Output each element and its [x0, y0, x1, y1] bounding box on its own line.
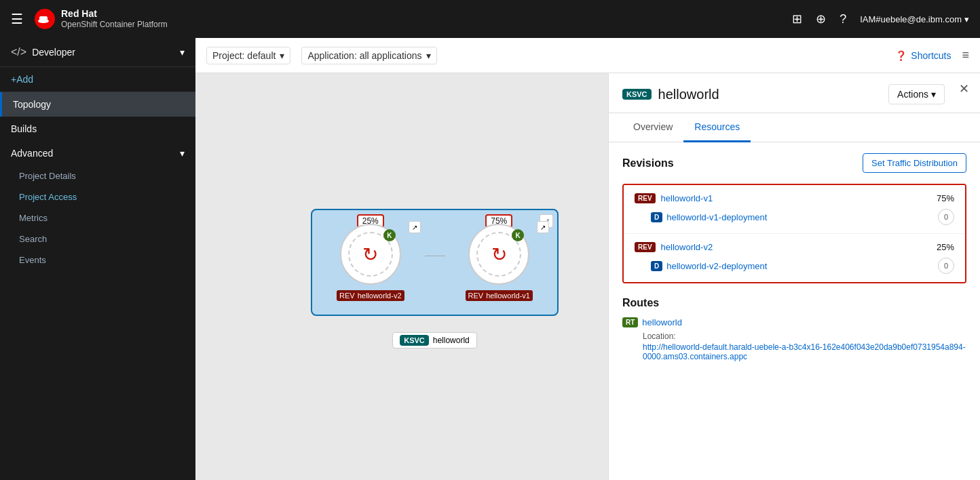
brand-text: Red Hat OpenShift Container Platform: [61, 8, 168, 29]
routes-title: Routes: [622, 297, 966, 309]
project-selector[interactable]: Project: default ▾: [206, 47, 290, 64]
chevron-down-icon: ▾: [280, 50, 284, 61]
plus-icon[interactable]: ⊕: [816, 12, 826, 26]
d-badge-v2: D: [651, 261, 662, 271]
side-panel: KSVC helloworld Actions ▾ ✕ Overview Res…: [608, 73, 980, 480]
revision-v1-row: REV helloworld-v1 75%: [635, 193, 954, 203]
panel-body: Revisions Set Traffic Distribution REV h…: [609, 142, 980, 372]
nav-icons: ⊞ ⊕ ? IAM#uebele@de.ibm.com ▾: [792, 12, 969, 26]
topo-node-v2: 25% ↗ K ↻ REV hellowo: [337, 224, 404, 301]
sidebar-item-project-access[interactable]: Project Access: [0, 186, 195, 207]
sidebar: </> Developer ▾ +Add Topology Builds Adv…: [0, 38, 195, 480]
tab-resources[interactable]: Resources: [683, 113, 751, 142]
v1-node-circle[interactable]: K ↻: [468, 224, 529, 285]
route-row: RT helloworld: [622, 317, 966, 327]
sidebar-item-events[interactable]: Events: [0, 249, 195, 271]
shortcuts-button[interactable]: ❓ Shortcuts: [895, 50, 951, 61]
sidebar-item-search[interactable]: Search: [0, 228, 195, 249]
help-icon[interactable]: ?: [840, 12, 846, 26]
v2-refresh-icon: ↻: [362, 243, 378, 266]
v2-ext-icon[interactable]: ↗: [409, 221, 421, 233]
sidebar-item-metrics[interactable]: Metrics: [0, 207, 195, 228]
connector-line: [425, 256, 445, 256]
rt-badge: RT: [622, 317, 638, 327]
revisions-title: Revisions: [622, 157, 674, 169]
actions-button[interactable]: Actions ▾: [888, 84, 945, 104]
topology-canvas[interactable]: ⤢ 25% ↗ K ↻: [195, 73, 608, 480]
revision-v1-percent: 75%: [937, 193, 954, 203]
location-label: Location:: [643, 332, 966, 341]
chevron-down-icon: ▾: [180, 47, 185, 58]
topo-nodes: 25% ↗ K ↻ REV hellowo: [326, 224, 544, 301]
deployment-v2-name[interactable]: helloworld-v2-deployment: [666, 261, 934, 271]
ksvc-badge: KSVC: [400, 335, 429, 346]
subheader: Project: default ▾ Application: all appl…: [195, 38, 980, 73]
revisions-section-header: Revisions Set Traffic Distribution: [622, 153, 966, 173]
rev-badge-v1: REV: [635, 193, 656, 203]
split-view: ⤢ 25% ↗ K ↻: [195, 73, 980, 480]
list-view-icon[interactable]: ≡: [962, 48, 969, 62]
deployment-v1-row: D helloworld-v1-deployment 0: [651, 209, 954, 225]
pod-count-v1: 0: [938, 209, 954, 225]
user-menu[interactable]: IAM#uebele@de.ibm.com ▾: [860, 14, 969, 24]
revision-v2-name[interactable]: helloworld-v2: [661, 242, 937, 252]
content-area: Project: default ▾ Application: all appl…: [195, 38, 980, 480]
revision-v2-row: REV helloworld-v2 25%: [635, 242, 954, 252]
deployment-v1-name[interactable]: helloworld-v1-deployment: [666, 212, 934, 222]
hamburger-menu-icon[interactable]: ☰: [11, 11, 23, 27]
routes-section: Routes RT helloworld Location: http://he…: [622, 297, 966, 361]
v2-node-circle[interactable]: K ↻: [340, 224, 401, 285]
sidebar-item-builds[interactable]: Builds: [0, 117, 195, 141]
v1-refresh-icon: ↻: [491, 243, 507, 266]
main-layout: </> Developer ▾ +Add Topology Builds Adv…: [0, 38, 980, 480]
add-link[interactable]: +Add: [0, 67, 195, 92]
panel-header: KSVC helloworld Actions ▾ ✕: [609, 73, 980, 113]
service-label: KSVC helloworld: [392, 332, 477, 348]
panel-ksvc-badge: KSVC: [622, 89, 652, 100]
topo-outer-container[interactable]: ⤢ 25% ↗ K ↻: [311, 209, 559, 316]
topo-node-v1: 75% ↗ K ↻ REV hellowo: [466, 224, 533, 301]
v1-ext-icon[interactable]: ↗: [537, 221, 549, 233]
close-button[interactable]: ✕: [959, 81, 969, 96]
d-badge-v1: D: [651, 212, 662, 222]
v2-label: REV helloworld-v2: [337, 290, 404, 301]
revision-item-v2: REV helloworld-v2 25% D helloworld-v2-de…: [624, 233, 965, 282]
advanced-section-header[interactable]: Advanced ▾: [0, 141, 195, 165]
revision-v2-percent: 25%: [937, 242, 954, 252]
redhat-logo-icon: [34, 8, 56, 30]
sidebar-item-project-details[interactable]: Project Details: [0, 165, 195, 186]
revision-item-v1: REV helloworld-v1 75% D helloworld-v1-de…: [624, 185, 965, 233]
grid-icon[interactable]: ⊞: [792, 12, 802, 26]
set-traffic-button[interactable]: Set Traffic Distribution: [863, 153, 966, 173]
top-navigation: ☰ Red Hat OpenShift Container Platform ⊞…: [0, 0, 980, 38]
chevron-down-icon: ▾: [180, 148, 185, 159]
developer-switch[interactable]: </> Developer ▾: [0, 38, 195, 67]
topology-group: ⤢ 25% ↗ K ↻: [311, 209, 559, 348]
chevron-down-icon: ▾: [931, 89, 936, 100]
panel-title: helloworld: [658, 87, 889, 102]
question-circle-icon: ❓: [895, 50, 907, 61]
revisions-box: REV helloworld-v1 75% D helloworld-v1-de…: [622, 184, 966, 283]
brand-logo: Red Hat OpenShift Container Platform: [34, 8, 168, 30]
sidebar-item-topology[interactable]: Topology: [0, 92, 195, 117]
chevron-down-icon: ▾: [426, 50, 431, 61]
v1-k-badge: K: [512, 229, 524, 241]
revision-v1-name[interactable]: helloworld-v1: [661, 193, 937, 203]
route-name[interactable]: helloworld: [642, 317, 682, 327]
route-url[interactable]: http://helloworld-default.harald-uebele-…: [643, 342, 966, 361]
rev-badge-v2: REV: [635, 242, 656, 252]
panel-tabs: Overview Resources: [609, 113, 980, 142]
pod-count-v2: 0: [938, 258, 954, 274]
code-icon: </>: [11, 46, 26, 58]
v2-k-badge: K: [383, 229, 396, 241]
application-selector[interactable]: Application: all applications ▾: [301, 47, 436, 64]
v1-label: REV helloworld-v1: [466, 290, 533, 301]
deployment-v2-row: D helloworld-v2-deployment 0: [651, 258, 954, 274]
tab-overview[interactable]: Overview: [622, 113, 683, 142]
